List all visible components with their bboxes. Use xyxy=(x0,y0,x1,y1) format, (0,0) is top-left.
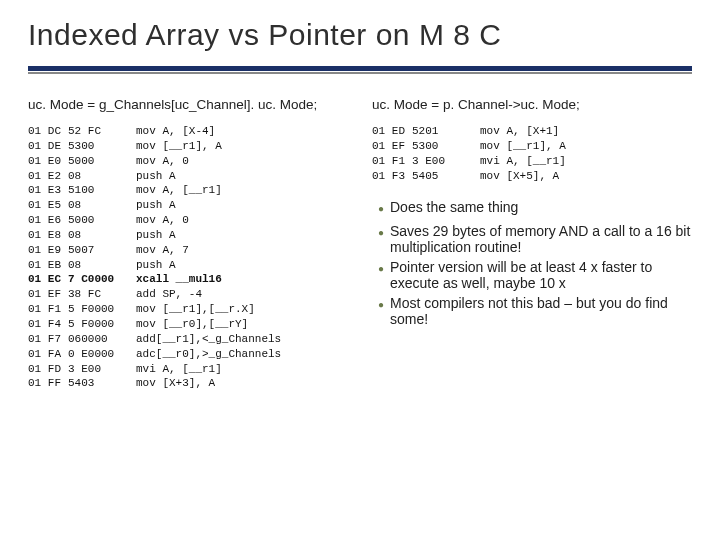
code-row: 01 F7060000add[__r1],<_g_Channels xyxy=(28,332,348,347)
bytes-cell: 5000 xyxy=(68,213,136,228)
asm-cell: mov [__r1], A xyxy=(480,139,692,154)
addr-cell: 01 F1 xyxy=(28,302,68,317)
bytes-cell: 5403 xyxy=(68,376,136,391)
addr-cell: 01 F7 xyxy=(28,332,68,347)
right-column: uc. Mode = p. Channel->uc. Mode; 01 ED52… xyxy=(372,97,692,391)
asm-cell: push A xyxy=(136,198,348,213)
addr-cell: 01 F1 xyxy=(372,154,412,169)
right-caption: uc. Mode = p. Channel->uc. Mode; xyxy=(372,97,692,112)
bytes-cell: 0 E0000 xyxy=(68,347,136,362)
bullet-icon: ● xyxy=(372,259,390,291)
left-caption: uc. Mode = g_Channels[uc_Channel]. uc. M… xyxy=(28,97,348,112)
addr-cell: 01 FF xyxy=(28,376,68,391)
code-row: 01 E05000mov A, 0 xyxy=(28,154,348,169)
bytes-cell: 38 FC xyxy=(68,287,136,302)
asm-cell: mov [X+3], A xyxy=(136,376,348,391)
code-row: 01 FF5403mov [X+3], A xyxy=(28,376,348,391)
bullet-list: ●Does the same thing●Saves 29 bytes of m… xyxy=(372,199,692,327)
addr-cell: 01 E3 xyxy=(28,183,68,198)
bytes-cell: 5201 xyxy=(412,124,480,139)
addr-cell: 01 E8 xyxy=(28,228,68,243)
code-row: 01 E65000mov A, 0 xyxy=(28,213,348,228)
title-rule xyxy=(28,66,692,71)
asm-cell: mov [X+5], A xyxy=(480,169,692,184)
code-row: 01 FD3 E00mvi A, [__r1] xyxy=(28,362,348,377)
bytes-cell: 08 xyxy=(68,169,136,184)
asm-cell: mov A, [X-4] xyxy=(136,124,348,139)
list-item: ●Most compilers not this bad – but you d… xyxy=(372,295,692,327)
addr-cell: 01 EF xyxy=(372,139,412,154)
left-column: uc. Mode = g_Channels[uc_Channel]. uc. M… xyxy=(28,97,348,391)
asm-cell: mov A, [__r1] xyxy=(136,183,348,198)
bytes-cell: 08 xyxy=(68,258,136,273)
code-row: 01 E208push A xyxy=(28,169,348,184)
addr-cell: 01 E6 xyxy=(28,213,68,228)
asm-cell: mov A, 0 xyxy=(136,154,348,169)
asm-cell: push A xyxy=(136,258,348,273)
asm-cell: mvi A, [__r1] xyxy=(480,154,692,169)
addr-cell: 01 FA xyxy=(28,347,68,362)
page-title: Indexed Array vs Pointer on M 8 C xyxy=(28,18,692,52)
addr-cell: 01 DE xyxy=(28,139,68,154)
list-item-text: Does the same thing xyxy=(390,199,692,219)
addr-cell: 01 E5 xyxy=(28,198,68,213)
bytes-cell: 5100 xyxy=(68,183,136,198)
bytes-cell: 5300 xyxy=(68,139,136,154)
asm-cell: add SP, -4 xyxy=(136,287,348,302)
list-item: ●Saves 29 bytes of memory AND a call to … xyxy=(372,223,692,255)
addr-cell: 01 EB xyxy=(28,258,68,273)
code-row: 01 EC7 C0000xcall __mul16 xyxy=(28,272,348,287)
asm-cell: mov A, [X+1] xyxy=(480,124,692,139)
left-listing: 01 DC52 FCmov A, [X-4]01 DE5300mov [__r1… xyxy=(28,124,348,391)
bullet-icon: ● xyxy=(372,295,390,327)
addr-cell: 01 DC xyxy=(28,124,68,139)
code-row: 01 F35405mov [X+5], A xyxy=(372,169,692,184)
code-row: 01 DC52 FCmov A, [X-4] xyxy=(28,124,348,139)
code-row: 01 ED5201mov A, [X+1] xyxy=(372,124,692,139)
code-row: 01 E808push A xyxy=(28,228,348,243)
list-item-text: Saves 29 bytes of memory AND a call to a… xyxy=(390,223,692,255)
list-item: ●Does the same thing xyxy=(372,199,692,219)
bytes-cell: 5 F0000 xyxy=(68,302,136,317)
code-row: 01 FA0 E0000adc[__r0],>_g_Channels xyxy=(28,347,348,362)
bytes-cell: 7 C0000 xyxy=(68,272,136,287)
code-row: 01 EB08push A xyxy=(28,258,348,273)
addr-cell: 01 E9 xyxy=(28,243,68,258)
asm-cell: push A xyxy=(136,169,348,184)
code-row: 01 E35100mov A, [__r1] xyxy=(28,183,348,198)
code-row: 01 E95007mov A, 7 xyxy=(28,243,348,258)
asm-cell: mov [__r1],[__r.X] xyxy=(136,302,348,317)
bytes-cell: 5000 xyxy=(68,154,136,169)
content-area: uc. Mode = g_Channels[uc_Channel]. uc. M… xyxy=(28,97,692,391)
code-row: 01 F45 F0000mov [__r0],[__rY] xyxy=(28,317,348,332)
list-item-text: Most compilers not this bad – but you do… xyxy=(390,295,692,327)
bytes-cell: 5 F0000 xyxy=(68,317,136,332)
addr-cell: 01 ED xyxy=(372,124,412,139)
addr-cell: 01 E2 xyxy=(28,169,68,184)
bytes-cell: 060000 xyxy=(68,332,136,347)
slide: Indexed Array vs Pointer on M 8 C uc. Mo… xyxy=(0,0,720,540)
code-row: 01 DE5300mov [__r1], A xyxy=(28,139,348,154)
bytes-cell: 08 xyxy=(68,228,136,243)
addr-cell: 01 F3 xyxy=(372,169,412,184)
asm-cell: mov [__r1], A xyxy=(136,139,348,154)
addr-cell: 01 E0 xyxy=(28,154,68,169)
bytes-cell: 5300 xyxy=(412,139,480,154)
asm-cell: adc[__r0],>_g_Channels xyxy=(136,347,348,362)
asm-cell: push A xyxy=(136,228,348,243)
bytes-cell: 5007 xyxy=(68,243,136,258)
bytes-cell: 08 xyxy=(68,198,136,213)
asm-cell: mov A, 7 xyxy=(136,243,348,258)
list-item: ●Pointer version will be at least 4 x fa… xyxy=(372,259,692,291)
code-row: 01 EF5300mov [__r1], A xyxy=(372,139,692,154)
code-row: 01 F13 E00mvi A, [__r1] xyxy=(372,154,692,169)
code-row: 01 F15 F0000mov [__r1],[__r.X] xyxy=(28,302,348,317)
addr-cell: 01 EF xyxy=(28,287,68,302)
addr-cell: 01 FD xyxy=(28,362,68,377)
addr-cell: 01 F4 xyxy=(28,317,68,332)
bytes-cell: 3 E00 xyxy=(68,362,136,377)
right-listing: 01 ED5201mov A, [X+1]01 EF5300mov [__r1]… xyxy=(372,124,692,183)
addr-cell: 01 EC xyxy=(28,272,68,287)
asm-cell: xcall __mul16 xyxy=(136,272,348,287)
asm-cell: add[__r1],<_g_Channels xyxy=(136,332,348,347)
